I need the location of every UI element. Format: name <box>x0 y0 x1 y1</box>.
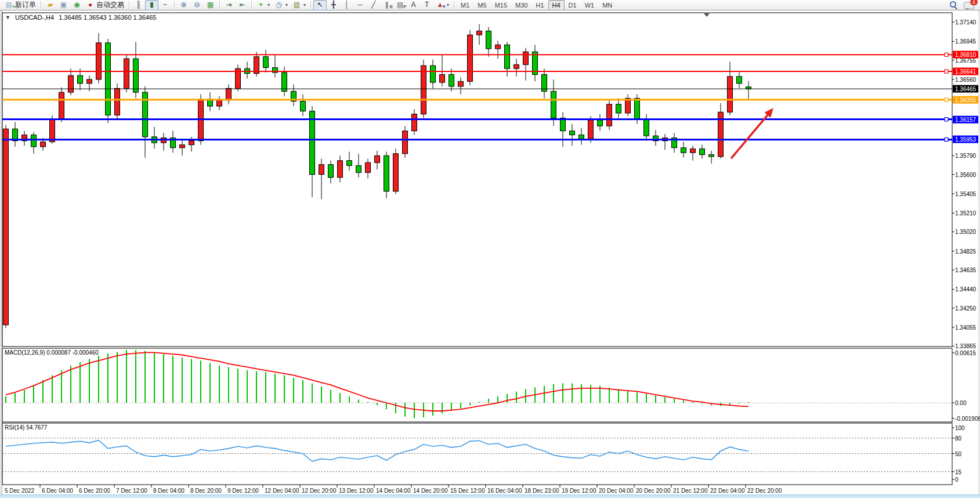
candle-body <box>282 73 287 91</box>
candle-body <box>505 45 510 68</box>
macd-axis-label: -0.001906 <box>955 415 980 421</box>
candle-body <box>616 104 621 113</box>
candle-body <box>50 119 55 142</box>
price-level-tag: 1.36810 <box>953 51 978 59</box>
candle-body <box>496 45 501 49</box>
candle-body <box>570 131 575 135</box>
candle-body <box>579 135 584 139</box>
rsi-axis-label: 15 <box>955 468 961 475</box>
price-level-tag: 1.36641 <box>953 68 978 75</box>
time-axis-label: 18 Dec 23:00 <box>525 488 559 494</box>
price-level-tag: 1.36157 <box>953 116 978 123</box>
time-axis-label: 21 Dec 12:00 <box>673 488 708 494</box>
price-level-tag: 1.36355 <box>953 96 978 103</box>
candle-body <box>106 43 111 115</box>
price-axis-label: 1.34440 <box>955 286 976 293</box>
price-axis-label: 1.34635 <box>955 267 976 273</box>
rsi-axis-label: 80 <box>955 435 961 441</box>
candle-body <box>319 165 324 175</box>
price-axis-label: 1.34250 <box>955 305 976 311</box>
macd-axis-label: 0.00 <box>955 400 966 406</box>
candle-body <box>78 75 83 84</box>
candle-body <box>421 66 426 114</box>
candle-body <box>449 74 454 86</box>
candle-body <box>263 57 269 68</box>
rsi-axis-label: 50 <box>955 450 961 457</box>
time-axis-label: 6 Dec 04:00 <box>42 488 73 494</box>
hline-handle[interactable] <box>945 70 948 73</box>
candle-body <box>486 31 491 49</box>
chart-symbol-period: USDCAD-,H4 <box>15 14 54 21</box>
candle-body <box>366 163 371 172</box>
hline-handle[interactable] <box>945 138 948 141</box>
time-axis-label: 20 Dec 04:00 <box>599 488 634 494</box>
candle-body <box>31 135 37 146</box>
price-axis-label: 1.35020 <box>955 229 976 235</box>
chart-expander-icon[interactable]: ▼ <box>5 15 10 20</box>
time-axis-label: 16 Dec 04:00 <box>487 488 522 494</box>
candle-body <box>700 149 705 154</box>
candle-body <box>3 129 9 325</box>
time-axis-label: 19 Dec 12:00 <box>562 488 596 494</box>
time-axis-label: 15 Dec 12:00 <box>450 488 485 494</box>
chart-title: ▼ USDCAD-,H4 1.36485 1.36543 1.36360 1.3… <box>5 14 156 21</box>
time-axis-label: 7 Dec 12:00 <box>116 488 147 494</box>
candle-body <box>458 81 464 86</box>
chart-ohlc-values: 1.36485 1.36543 1.36360 1.36465 <box>59 14 156 21</box>
window-bottom-edge <box>0 495 980 498</box>
time-axis-label: 12 Dec 04:00 <box>265 488 299 494</box>
price-axis-label: 1.35790 <box>955 153 976 159</box>
candle-body <box>598 120 603 126</box>
price-axis-label: 1.36945 <box>955 38 976 45</box>
candle-body <box>403 131 408 154</box>
candle-body <box>477 31 482 35</box>
candle-body <box>87 80 92 84</box>
candle-body <box>189 141 194 145</box>
candle-body <box>59 92 64 119</box>
candle-body <box>356 165 361 172</box>
candle-body <box>551 91 556 118</box>
candle-body <box>384 156 389 191</box>
candle-body <box>124 59 129 88</box>
candle-body <box>514 64 519 68</box>
candle-body <box>338 161 343 178</box>
candle-body <box>133 59 139 92</box>
time-axis-label: 22 Dec 04:00 <box>710 488 745 494</box>
price-axis-label: 1.33865 <box>955 343 976 349</box>
price-axis-label: 1.35405 <box>955 190 976 197</box>
candle-body <box>681 148 686 153</box>
time-axis-label: 8 Dec 20:00 <box>190 488 222 494</box>
macd-axis-label: 0.00615 <box>955 349 976 356</box>
time-axis-label: 5 Dec 2022 <box>5 488 34 494</box>
time-axis-label: 6 Dec 20:00 <box>79 488 110 494</box>
candle-body <box>96 43 102 80</box>
candle-body <box>728 77 733 112</box>
price-axis-label: 1.36560 <box>955 76 976 82</box>
candle-body <box>41 142 46 147</box>
time-axis-label: 22 Dec 20:00 <box>747 488 782 494</box>
time-axis-label: 14 Dec 04:00 <box>376 488 411 494</box>
hline-handle[interactable] <box>945 53 948 56</box>
candle-body <box>737 77 742 84</box>
candle-body <box>523 52 529 64</box>
price-axis-label: 1.34055 <box>955 324 976 331</box>
price-axis-label: 1.37140 <box>955 19 976 26</box>
hline-handle[interactable] <box>945 118 948 121</box>
candle-body <box>301 101 306 111</box>
candle-body <box>310 111 315 174</box>
candle-body <box>690 149 696 153</box>
chart-canvas[interactable] <box>0 0 980 498</box>
candle-body <box>588 120 594 139</box>
hline-handle[interactable] <box>945 98 948 102</box>
candle-body <box>180 145 185 147</box>
candle-body <box>375 156 380 163</box>
candle-body <box>607 104 612 127</box>
candle-body <box>431 66 436 82</box>
macd-label: MACD(12,26,9) 0.000087 -0.000460 <box>5 349 99 356</box>
price-axis-label: 1.35600 <box>955 171 976 178</box>
price-level-tag: 1.35953 <box>953 136 978 143</box>
candle-body <box>226 88 232 100</box>
candle-body <box>635 98 640 119</box>
time-axis-label: 12 Dec 20:00 <box>302 488 337 494</box>
main-pane[interactable] <box>2 13 952 347</box>
